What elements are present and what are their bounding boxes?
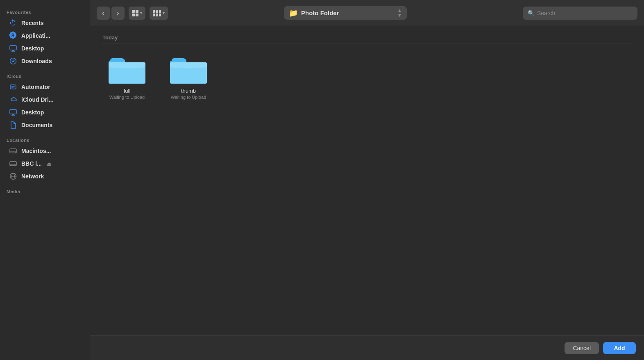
sidebar-item-label: Macintos... xyxy=(21,148,51,154)
location-name: Photo Folder xyxy=(301,9,339,16)
chevron-down-icon: ▾ xyxy=(163,11,165,15)
svg-rect-0 xyxy=(10,46,16,50)
sidebar-item-desktop2[interactable]: Desktop xyxy=(2,106,87,118)
section-header: Today xyxy=(102,34,632,43)
list-item[interactable]: thumb Waiting to Upload xyxy=(164,50,213,103)
cancel-button[interactable]: Cancel xyxy=(565,342,599,354)
drive-icon xyxy=(9,159,17,168)
grid-icon xyxy=(132,10,138,16)
clock-icon: ⏱ xyxy=(9,19,17,27)
svg-rect-7 xyxy=(10,109,16,114)
downloads-icon xyxy=(9,57,17,65)
file-name: full xyxy=(124,88,131,94)
desktop-icon xyxy=(9,44,17,52)
sidebar-item-label: BBC i... xyxy=(21,160,42,167)
sidebar-item-label: Downloads xyxy=(21,58,52,64)
bottom-bar: Cancel Add xyxy=(90,335,644,360)
forward-button[interactable]: › xyxy=(111,7,125,20)
nav-buttons: ‹ › xyxy=(97,7,125,20)
sidebar-item-applications[interactable]: 🅐 Applicati... xyxy=(2,30,87,42)
location-pill-inner: 📁 Photo Folder xyxy=(289,9,339,18)
gallery-icon xyxy=(153,10,161,16)
back-icon: ‹ xyxy=(102,9,104,17)
list-item[interactable]: full Waiting to Upload xyxy=(102,50,152,103)
sidebar-section-icloud: iCloud xyxy=(0,71,90,80)
sidebar-item-automator[interactable]: Automator xyxy=(2,81,87,93)
desktop2-icon xyxy=(9,108,17,116)
file-status: Waiting to Upload xyxy=(171,95,206,100)
sidebar-item-recents[interactable]: ⏱ Recents xyxy=(2,17,87,29)
forward-icon: › xyxy=(117,9,119,17)
search-input[interactable] xyxy=(537,10,633,16)
search-icon: 🔍 xyxy=(528,10,535,16)
sidebar-item-macintosh[interactable]: Macintos... xyxy=(2,145,87,157)
documents-icon xyxy=(9,121,17,129)
gallery-view-button[interactable]: ▾ xyxy=(150,7,168,20)
sidebar-item-label: Network xyxy=(21,173,44,180)
sidebar-item-label: Recents xyxy=(21,20,43,26)
sidebar-item-documents[interactable]: Documents xyxy=(2,119,87,131)
hd-icon xyxy=(9,147,17,155)
sidebar-item-label: Automator xyxy=(21,84,50,90)
toolbar: ‹ › ▾ ▾ xyxy=(90,0,644,26)
folder-icon xyxy=(170,53,207,84)
sidebar-item-desktop[interactable]: Desktop xyxy=(2,42,87,55)
search-bar[interactable]: 🔍 xyxy=(523,7,637,20)
svg-point-12 xyxy=(15,152,16,153)
svg-rect-4 xyxy=(10,85,16,89)
automator-icon xyxy=(9,83,17,91)
sidebar-item-downloads[interactable]: Downloads xyxy=(2,55,87,67)
location-pill[interactable]: 📁 Photo Folder ▲ ▼ xyxy=(284,6,407,20)
sidebar-item-label: Documents xyxy=(21,122,52,128)
network-icon xyxy=(9,172,17,180)
sidebar-item-label: Applicati... xyxy=(21,32,50,39)
add-button[interactable]: Add xyxy=(603,342,636,354)
sidebar-section-media: Media xyxy=(0,186,90,196)
location-bar: 📁 Photo Folder ▲ ▼ xyxy=(172,6,519,20)
files-grid: full Waiting to Upload thumb Waiting to … xyxy=(102,50,632,103)
sidebar-item-icloud-drive[interactable]: iCloud Dri... xyxy=(2,93,87,106)
app-icon: 🅐 xyxy=(9,32,17,40)
folder-icon xyxy=(109,53,145,84)
file-status: Waiting to Upload xyxy=(109,95,145,100)
back-button[interactable]: ‹ xyxy=(97,7,110,20)
sidebar: Favourites ⏱ Recents 🅐 Applicati... Desk… xyxy=(0,0,90,360)
sidebar-section-favourites: Favourites xyxy=(0,7,90,16)
sidebar-section-locations: Locations xyxy=(0,134,90,144)
file-area: Today full Waiting to Upload xyxy=(90,26,644,335)
sidebar-item-label: Desktop xyxy=(21,45,44,52)
sidebar-item-label: Desktop xyxy=(21,109,44,116)
eject-button[interactable]: ⏏ xyxy=(46,161,52,167)
main-panel: ‹ › ▾ ▾ xyxy=(90,0,644,360)
sidebar-item-network[interactable]: Network xyxy=(2,170,87,182)
sidebar-item-bbci[interactable]: BBC i... ⏏ xyxy=(2,157,87,170)
svg-point-15 xyxy=(15,165,16,166)
icon-view-button[interactable]: ▾ xyxy=(129,7,145,20)
chevron-down-icon: ▾ xyxy=(140,11,142,15)
icloud-drive-icon xyxy=(9,96,17,104)
file-name: thumb xyxy=(181,88,196,94)
sidebar-item-label: iCloud Dri... xyxy=(21,96,54,103)
folder-icon: 📁 xyxy=(289,9,298,18)
location-stepper[interactable]: ▲ ▼ xyxy=(397,8,402,18)
